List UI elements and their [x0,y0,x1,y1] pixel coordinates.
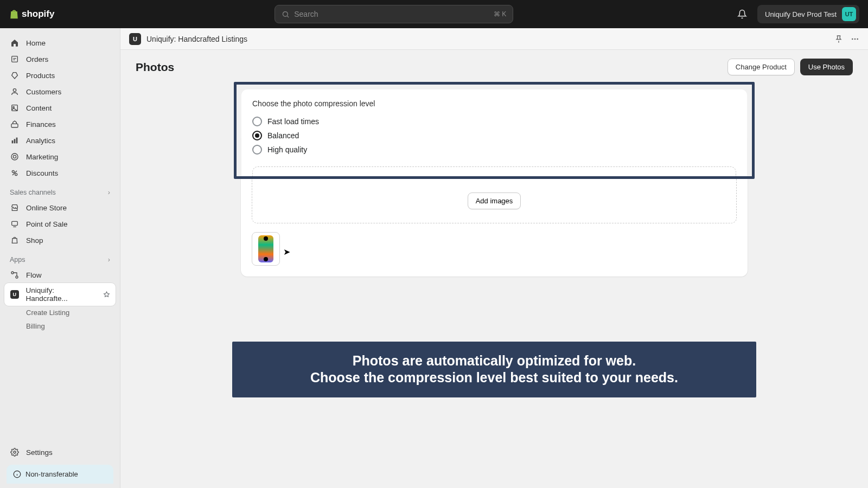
radio-label: Fast load times [267,117,319,126]
svg-point-3 [13,89,16,92]
section-apps[interactable]: Apps› [4,248,116,267]
chevron-right-icon: › [108,256,110,264]
nav-label: Shop [26,236,43,245]
shop-icon [10,235,20,245]
nav-customers[interactable]: Customers [4,84,116,100]
chevron-right-icon: › [108,189,110,196]
search-placeholder: Search [294,10,489,18]
shopify-bag-icon [9,8,20,20]
svg-rect-7 [12,140,14,143]
nav-label: Products [26,72,55,80]
avatar: UT [842,7,856,21]
shell: Home Orders Products Customers Content F… [0,28,868,488]
thumbnails: ➤ [252,232,737,266]
nav-label: Content [26,104,52,112]
page-buttons: Change Product Use Photos [727,59,853,75]
radio-icon [252,117,262,126]
topbar-center: Search ⌘ K [54,5,733,23]
thumbnail[interactable] [252,232,280,266]
nav-orders[interactable]: Orders [4,51,116,67]
finances-icon [10,119,20,129]
nav-finances[interactable]: Finances [4,116,116,132]
discounts-icon [10,168,20,178]
cursor-icon: ➤ [283,247,290,257]
banner-line1: Photos are automatically optimized for w… [245,352,743,369]
nav-uniquify-app[interactable]: UUniquify: Handcrafte... [4,283,116,306]
thumbnail-image [258,235,273,262]
radio-balanced[interactable]: Balanced [252,129,736,143]
radio-high[interactable]: High quality [252,143,736,157]
svg-point-0 [283,11,288,16]
nav-label: Point of Sale [26,220,68,228]
svg-point-24 [857,38,858,40]
nav-products[interactable]: Products [4,67,116,84]
radio-icon [252,145,262,155]
svg-point-5 [13,106,15,108]
nav-home[interactable]: Home [4,35,116,51]
card-wrap: Choose the photo compression level Fast … [234,82,755,277]
nav-label: Settings [26,448,53,457]
section-sales-channels[interactable]: Sales channels› [4,181,116,200]
nav-marketing[interactable]: Marketing [4,149,116,165]
nav-online-store[interactable]: Online Store [4,200,116,216]
main: U Uniquify: Handcrafted Listings Photos … [120,28,868,488]
compression-label: Choose the photo compression level [252,99,736,108]
nav-billing[interactable]: Billing [4,319,116,333]
radio-label: High quality [267,145,307,154]
analytics-icon [10,136,20,145]
nav-pos[interactable]: Point of Sale [4,216,116,232]
search-input[interactable]: Search ⌘ K [275,5,513,23]
more-icon[interactable] [851,35,859,43]
nav-analytics[interactable]: Analytics [4,132,116,149]
customers-icon [10,87,20,97]
pos-icon [10,219,20,229]
svg-line-14 [12,171,17,175]
svg-rect-15 [12,221,18,225]
nav-create-listing[interactable]: Create Listing [4,306,116,319]
marketing-icon [10,152,20,162]
use-photos-button[interactable]: Use Photos [800,59,853,75]
notifications-button[interactable] [733,5,751,23]
app-header-title: Uniquify: Handcrafted Listings [146,35,247,43]
radio-label: Balanced [267,131,299,140]
search-icon [282,10,290,18]
add-images-button[interactable]: Add images [468,192,521,209]
topbar-left: shopify [9,8,54,20]
nav-discounts[interactable]: Discounts [4,165,116,181]
nav-settings[interactable]: Settings [4,444,116,460]
topbar: shopify Search ⌘ K Uniquify Dev Prod Tes… [0,0,868,28]
non-transferable-badge[interactable]: Non-transferable [7,465,113,484]
svg-point-23 [854,38,856,40]
change-product-button[interactable]: Change Product [727,59,795,75]
products-icon [10,70,20,80]
photos-card: Choose the photo compression level Fast … [241,89,748,176]
store-switcher[interactable]: Uniquify Dev Prod Test UT [757,5,859,23]
orders-icon [10,54,20,64]
info-banner: Photos are automatically optimized for w… [232,342,756,397]
image-dropzone[interactable]: Add images [252,179,737,223]
photos-card-continued: Add images ➤ [241,179,748,277]
page-title: Photos [136,61,174,74]
shopify-logo[interactable]: shopify [9,8,54,20]
nav-label: Home [26,39,46,47]
radio-fast[interactable]: Fast load times [252,114,736,129]
nav-flow[interactable]: Flow [4,267,116,283]
app-icon: U [10,290,20,299]
pin-app-icon[interactable] [834,35,843,43]
app-header-icon: U [129,33,141,45]
nav-label: Marketing [26,153,58,161]
nav-shop[interactable]: Shop [4,232,116,248]
pin-icon[interactable] [103,291,110,298]
svg-point-22 [852,38,853,40]
nav-content[interactable]: Content [4,100,116,116]
topbar-right: Uniquify Dev Prod Test UT [733,5,859,23]
gear-icon [10,447,20,457]
nav-label: Analytics [26,137,55,145]
nav-label: Orders [26,55,48,63]
content-icon [10,103,20,113]
svg-point-11 [13,155,16,158]
radio-icon [252,131,262,140]
nav-label: Online Store [26,204,67,212]
page-header: Photos Change Product Use Photos [120,50,868,82]
nav-label: Finances [26,120,56,129]
